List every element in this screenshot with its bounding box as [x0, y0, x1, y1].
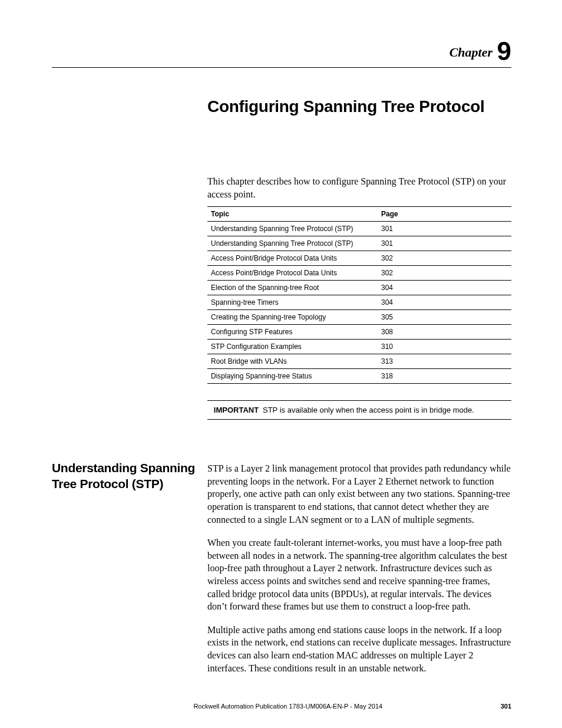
body-paragraph: When you create fault-tolerant internet-… [207, 536, 511, 613]
page-number: 301 [501, 703, 511, 710]
page-footer: Rockwell Automation Publication 1783-UM0… [52, 703, 511, 710]
col-topic: Topic [207, 207, 378, 222]
table-row: Election of the Spanning-tree Root304 [207, 281, 511, 295]
page-cell: 302 [378, 266, 511, 281]
page-cell: 313 [378, 354, 511, 369]
table-row: Understanding Spanning Tree Protocol (ST… [207, 222, 511, 236]
table-row: Displaying Spanning-tree Status318 [207, 369, 511, 384]
section-row: Understanding Spanning Tree Protocol (ST… [52, 462, 511, 685]
topic-cell: STP Configuration Examples [207, 340, 378, 354]
header-rule [52, 67, 511, 68]
topic-cell: Spanning-tree Timers [207, 295, 378, 310]
topic-cell: Creating the Spanning-tree Topology [207, 310, 378, 325]
topic-cell: Access Point/Bridge Protocol Data Units [207, 251, 378, 266]
col-page: Page [378, 207, 511, 222]
topic-cell: Understanding Spanning Tree Protocol (ST… [207, 236, 378, 251]
table-row: Spanning-tree Timers304 [207, 295, 511, 310]
page-cell: 304 [378, 295, 511, 310]
table-row: Access Point/Bridge Protocol Data Units3… [207, 251, 511, 266]
page-cell: 310 [378, 340, 511, 354]
table-row: Understanding Spanning Tree Protocol (ST… [207, 236, 511, 251]
intro-paragraph: This chapter describes how to configure … [207, 175, 511, 200]
page-cell: 301 [378, 236, 511, 251]
page-title: Configuring Spanning Tree Protocol [207, 97, 511, 116]
page-cell: 304 [378, 281, 511, 295]
table-row: Access Point/Bridge Protocol Data Units3… [207, 266, 511, 281]
topic-cell: Election of the Spanning-tree Root [207, 281, 378, 295]
important-text: STP is available only when the access po… [263, 406, 509, 414]
topic-cell: Configuring STP Features [207, 325, 378, 340]
topic-cell: Root Bridge with VLANs [207, 354, 378, 369]
topic-cell: Understanding Spanning Tree Protocol (ST… [207, 222, 378, 236]
chapter-marker: Chapter 9 [52, 37, 511, 66]
intro-column: This chapter describes how to configure … [207, 175, 511, 420]
section-heading: Understanding Spanning Tree Protocol (ST… [52, 460, 207, 685]
table-row: Root Bridge with VLANs313 [207, 354, 511, 369]
page-cell: 318 [378, 369, 511, 384]
topic-cell: Access Point/Bridge Protocol Data Units [207, 266, 378, 281]
topics-table: Topic Page Understanding Spanning Tree P… [207, 206, 511, 384]
topic-cell: Displaying Spanning-tree Status [207, 369, 378, 384]
chapter-number: 9 [497, 37, 511, 65]
chapter-word: Chapter [449, 45, 492, 60]
publication-line: Rockwell Automation Publication 1783-UM0… [75, 703, 501, 710]
page-cell: 308 [378, 325, 511, 340]
table-row: STP Configuration Examples310 [207, 340, 511, 354]
page-cell: 302 [378, 251, 511, 266]
page-cell: 301 [378, 222, 511, 236]
table-row: Configuring STP Features308 [207, 325, 511, 340]
body-paragraph: STP is a Layer 2 link management protoco… [207, 462, 511, 526]
section-body: STP is a Layer 2 link management protoco… [207, 462, 511, 685]
table-row: Creating the Spanning-tree Topology305 [207, 310, 511, 325]
body-paragraph: Multiple active paths among end stations… [207, 624, 511, 674]
important-label: IMPORTANT [210, 406, 263, 414]
page-content: Chapter 9 Configuring Spanning Tree Prot… [52, 37, 511, 685]
important-callout: IMPORTANT STP is available only when the… [207, 400, 511, 420]
page-cell: 305 [378, 310, 511, 325]
table-header-row: Topic Page [207, 207, 511, 222]
